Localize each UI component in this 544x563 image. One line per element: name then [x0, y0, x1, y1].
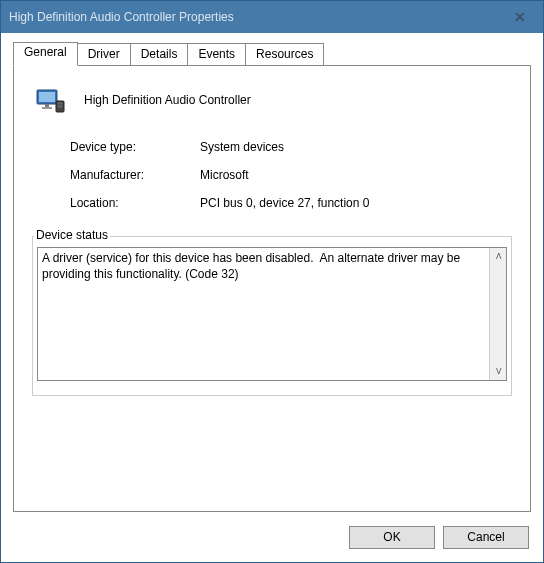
tab-strip: General Driver Details Events Resources	[13, 43, 531, 66]
window-title: High Definition Audio Controller Propert…	[9, 10, 505, 24]
device-icon	[34, 84, 72, 116]
value-device-type: System devices	[200, 140, 512, 154]
tab-resources-label: Resources	[256, 47, 313, 61]
device-status-text[interactable]	[38, 248, 489, 380]
tab-body-general: High Definition Audio Controller Device …	[13, 65, 531, 512]
label-manufacturer: Manufacturer:	[70, 168, 200, 182]
device-name: High Definition Audio Controller	[84, 93, 251, 107]
label-location: Location:	[70, 196, 200, 210]
device-status-group: Device status ᐱ ᐯ	[32, 236, 512, 396]
value-location: PCI bus 0, device 27, function 0	[200, 196, 512, 210]
device-status-box: ᐱ ᐯ	[37, 247, 507, 381]
ok-button[interactable]: OK	[349, 526, 435, 549]
svg-rect-2	[45, 104, 49, 107]
device-status-legend: Device status	[34, 228, 110, 242]
tab-details-label: Details	[141, 47, 178, 61]
label-device-type: Device type:	[70, 140, 200, 154]
svg-rect-1	[39, 92, 55, 102]
tab-events-label: Events	[198, 47, 235, 61]
svg-rect-6	[58, 106, 63, 108]
tab-general-label: General	[24, 45, 67, 59]
info-row-location: Location: PCI bus 0, device 27, function…	[70, 196, 512, 210]
tab-driver[interactable]: Driver	[77, 43, 131, 66]
client-area: General Driver Details Events Resources	[1, 33, 543, 512]
svg-rect-5	[58, 103, 63, 105]
dialog-buttons: OK Cancel	[1, 512, 543, 562]
value-manufacturer: Microsoft	[200, 168, 512, 182]
tab-resources[interactable]: Resources	[245, 43, 324, 66]
device-header: High Definition Audio Controller	[32, 84, 512, 116]
tab-events[interactable]: Events	[187, 43, 246, 66]
device-info: Device type: System devices Manufacturer…	[70, 140, 512, 210]
device-status-frame: ᐱ ᐯ	[32, 236, 512, 396]
properties-window: High Definition Audio Controller Propert…	[0, 0, 544, 563]
scroll-up-icon[interactable]: ᐱ	[490, 248, 506, 265]
info-row-manufacturer: Manufacturer: Microsoft	[70, 168, 512, 182]
close-icon[interactable]: ✕	[505, 9, 535, 25]
scroll-track[interactable]	[490, 265, 506, 363]
svg-rect-3	[42, 107, 52, 109]
cancel-button[interactable]: Cancel	[443, 526, 529, 549]
tab-details[interactable]: Details	[130, 43, 189, 66]
status-scrollbar[interactable]: ᐱ ᐯ	[489, 248, 506, 380]
tab-driver-label: Driver	[88, 47, 120, 61]
tab-general[interactable]: General	[13, 42, 78, 66]
info-row-type: Device type: System devices	[70, 140, 512, 154]
titlebar: High Definition Audio Controller Propert…	[1, 1, 543, 33]
scroll-down-icon[interactable]: ᐯ	[490, 363, 506, 380]
